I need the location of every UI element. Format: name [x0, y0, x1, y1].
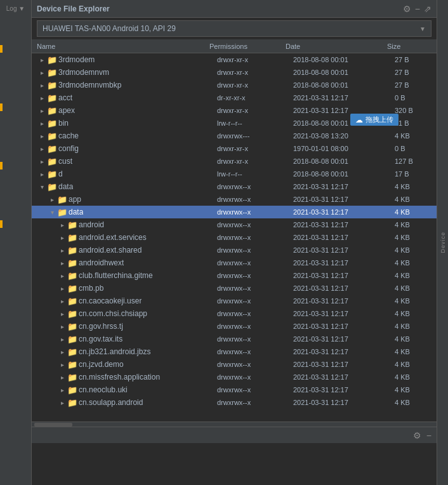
expand-icon[interactable]: ▸ — [38, 120, 46, 127]
table-row[interactable]: ▸ 📁 cn.missfresh.application drwxrwx--x … — [32, 371, 437, 383]
expand-icon[interactable]: ▸ — [38, 82, 46, 89]
file-name-cell: ▸ 📁 config — [32, 144, 214, 154]
folder-icon: 📁 — [67, 398, 77, 408]
table-row[interactable]: ▸ 📁 club.flutterchina.gitme drwxrwx--x 2… — [32, 269, 437, 282]
file-permissions: dr-xr-xr-x — [214, 94, 291, 102]
table-row[interactable]: ▸ 📁 cn.com.chsi.chsiapp drwxrwx--x 2021-… — [32, 307, 437, 320]
table-row[interactable]: ▸ 📁 cn.jb321.android.jbzs drwxrwx--x 202… — [32, 345, 437, 358]
file-name-text: android.ext.services — [79, 233, 147, 242]
expand-icon[interactable]: ▸ — [58, 260, 66, 267]
expand-icon[interactable]: ▾ — [48, 209, 56, 216]
file-size: 4 KB — [392, 373, 437, 381]
title-bar: Device File Explorer ⚙ − ⇗ — [32, 0, 437, 18]
expand-icon[interactable]: ▸ — [58, 349, 66, 355]
table-row[interactable]: ▸ 📁 cn.gov.tax.its drwxrwx--x 2021-03-31… — [32, 333, 437, 345]
table-row[interactable]: ▸ 📁 android drwxrwx--x 2021-03-31 12:17 … — [32, 218, 437, 231]
expand-icon[interactable]: ▸ — [58, 272, 66, 279]
table-row[interactable]: ▸ 📁 cn.jzvd.demo drwxrwx--x 2021-03-31 1… — [32, 358, 437, 371]
file-permissions: drwxr-xr-x — [214, 157, 291, 165]
table-row[interactable]: ▸ 📁 cn.neoclub.uki drwxrwx--x 2021-03-31… — [32, 383, 437, 396]
table-row[interactable]: ▸ 📁 3rdmodemnvmbkp drwxr-xr-x 2018-08-08… — [32, 79, 437, 91]
log-label[interactable]: Log ▼ — [5, 3, 26, 15]
expand-icon[interactable]: ▸ — [58, 336, 66, 343]
file-name-cell: ▸ 📁 bin — [32, 119, 214, 128]
chevron-down-icon: ▼ — [419, 25, 426, 32]
file-permissions: drwxrwx--x — [214, 297, 291, 305]
expand-icon[interactable]: ▸ — [38, 56, 46, 63]
table-row[interactable]: ▸ 📁 cache drwxrwx--- 2021-03-08 13:20 4 … — [32, 130, 437, 142]
table-row[interactable]: ▸ 📁 cust drwxr-xr-x 2018-08-08 00:01 127… — [32, 155, 437, 168]
table-header: Name Permissions Date Size — [32, 39, 437, 53]
expand-icon[interactable]: ▸ — [58, 222, 66, 229]
file-name-text: apex — [58, 106, 75, 115]
file-name-cell: ▸ 📁 cn.gov.hrss.tj — [32, 322, 214, 331]
table-row[interactable]: ▸ 📁 3rdmodemnvm drwxr-xr-x 2018-08-08 00… — [32, 66, 437, 79]
table-row[interactable]: ▸ 📁 androidhwext drwxrwx--x 2021-03-31 1… — [32, 256, 437, 269]
expand-icon[interactable]: ▸ — [38, 171, 46, 178]
right-sidebar-label: Device — [440, 232, 446, 253]
collapse-icon[interactable]: − — [426, 430, 432, 441]
expand-icon[interactable]: ▸ — [38, 107, 46, 114]
expand-icon[interactable]: ▸ — [58, 310, 66, 317]
expand-icon[interactable]: ▸ — [58, 298, 66, 305]
file-permissions: drwxrwx--x — [214, 348, 291, 355]
expand-icon[interactable]: ▸ — [58, 374, 66, 381]
folder-icon: 📁 — [47, 119, 57, 128]
main-panel: Device File Explorer ⚙ − ⇗ HUAWEI TAS-AN… — [32, 0, 437, 485]
file-size: 27 B — [392, 69, 437, 76]
table-row[interactable]: ▸ 📁 android.ext.shared drwxrwx--x 2021-0… — [32, 244, 437, 256]
expand-icon[interactable]: ▸ — [38, 158, 46, 165]
file-permissions: drwxrwx--x — [214, 272, 291, 279]
expand-icon[interactable]: ▸ — [58, 247, 66, 254]
table-row[interactable]: ▸ 📁 3rdmodem drwxr-xr-x 2018-08-08 00:01… — [32, 53, 437, 66]
file-size: 27 B — [392, 56, 437, 63]
table-row[interactable]: ▾ 📁 data drwxrwx--x 2021-03-31 12:17 4 K… — [32, 206, 437, 218]
table-row[interactable]: ▸ 📁 cn.gov.hrss.tj drwxrwx--x 2021-03-31… — [32, 320, 437, 333]
table-row[interactable]: ▸ 📁 acct dr-xr-xr-x 2021-03-31 12:17 0 B — [32, 91, 437, 104]
table-row[interactable]: ▸ 📁 cn.caocaokeji.user drwxrwx--x 2021-0… — [32, 295, 437, 307]
file-permissions: drwxrwx--x — [214, 259, 291, 267]
table-row[interactable]: ▸ 📁 config drwxr-xr-x 1970-01-01 08:00 0… — [32, 142, 437, 155]
minimize-icon[interactable]: − — [415, 4, 420, 14]
expand-icon[interactable]: ▸ — [58, 323, 66, 330]
file-name-text: 3rdmodemnvm — [58, 68, 109, 77]
expand-icon[interactable]: ▸ — [38, 133, 46, 140]
expand-icon[interactable]: ▸ — [58, 387, 66, 394]
table-row[interactable]: ▸ 📁 app drwxrwx--x 2021-03-31 12:17 4 KB — [32, 193, 437, 206]
folder-icon: 📁 — [47, 182, 57, 192]
expand-icon[interactable]: ▸ — [38, 145, 46, 152]
folder-icon: 📁 — [67, 347, 77, 357]
gear-icon[interactable]: ⚙ — [403, 4, 411, 14]
expand-icon[interactable]: ▸ — [48, 196, 56, 203]
file-size: 11 B — [392, 119, 437, 127]
expand-icon[interactable]: ▸ — [58, 399, 66, 406]
table-row[interactable]: ▸ 📁 cmb.pb drwxrwx--x 2021-03-31 12:17 4… — [32, 282, 437, 295]
expand-icon[interactable]: ▸ — [58, 285, 66, 292]
expand-icon[interactable]: ▸ — [58, 234, 66, 241]
col-perms-header: Permissions — [209, 43, 286, 50]
folder-icon: 📁 — [67, 271, 77, 281]
table-row[interactable]: ▸ 📁 d lrw-r--r-- 2018-08-08 00:01 17 B — [32, 168, 437, 180]
file-name-cell: ▸ 📁 cust — [32, 157, 214, 166]
expand-icon[interactable]: ▸ — [38, 95, 46, 102]
table-row[interactable]: ▾ 📁 data drwxrwx--x 2021-03-31 12:17 4 K… — [32, 180, 437, 193]
file-name-text: cn.jb321.android.jbzs — [79, 347, 150, 356]
table-row[interactable]: ▸ 📁 android.ext.services drwxrwx--x 2021… — [32, 231, 437, 244]
file-name-cell: ▸ 📁 android.ext.shared — [32, 246, 214, 255]
external-link-icon[interactable]: ⇗ — [424, 4, 432, 14]
folder-icon: 📁 — [47, 144, 57, 154]
expand-icon[interactable]: ▸ — [58, 361, 66, 368]
device-selector[interactable]: HUAWEI TAS-AN00 Android 10, API 29 ▼ — [37, 20, 432, 37]
table-row[interactable]: ▸ 📁 cn.soulapp.android drwxrwx--x 2021-0… — [32, 396, 437, 409]
file-permissions: drwxrwx--x — [214, 386, 291, 394]
horizontal-scrollbar[interactable] — [32, 422, 437, 427]
file-permissions: drwxrwx--x — [214, 208, 291, 216]
settings-icon[interactable]: ⚙ — [413, 430, 421, 441]
expand-icon[interactable]: ▸ — [38, 69, 46, 76]
file-list[interactable]: ▸ 📁 3rdmodem drwxr-xr-x 2018-08-08 00:01… — [32, 53, 437, 422]
file-date: 2021-03-31 12:17 — [291, 310, 392, 317]
file-name-text: acct — [58, 93, 72, 102]
file-name-cell: ▸ 📁 cn.jb321.android.jbzs — [32, 347, 214, 357]
expand-icon[interactable]: ▾ — [38, 183, 46, 190]
folder-icon: 📁 — [47, 169, 57, 179]
